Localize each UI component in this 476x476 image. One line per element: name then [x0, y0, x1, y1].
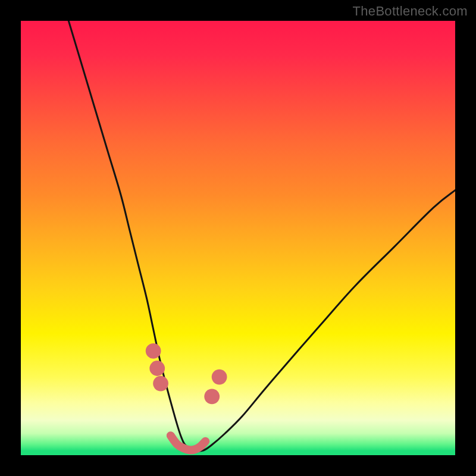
curve-marker	[149, 361, 165, 376]
curve-marker	[212, 369, 227, 385]
chart-svg	[21, 21, 455, 455]
curve-marker	[153, 376, 168, 392]
curve-bottom-highlight	[171, 436, 205, 450]
bottleneck-curve	[68, 21, 455, 451]
curve-markers	[146, 343, 227, 404]
curve-marker	[146, 343, 161, 359]
chart-frame: TheBottleneck.com	[0, 0, 476, 476]
chart-plot	[21, 21, 455, 455]
curve-marker	[204, 389, 220, 405]
watermark-text: TheBottleneck.com	[353, 4, 468, 19]
